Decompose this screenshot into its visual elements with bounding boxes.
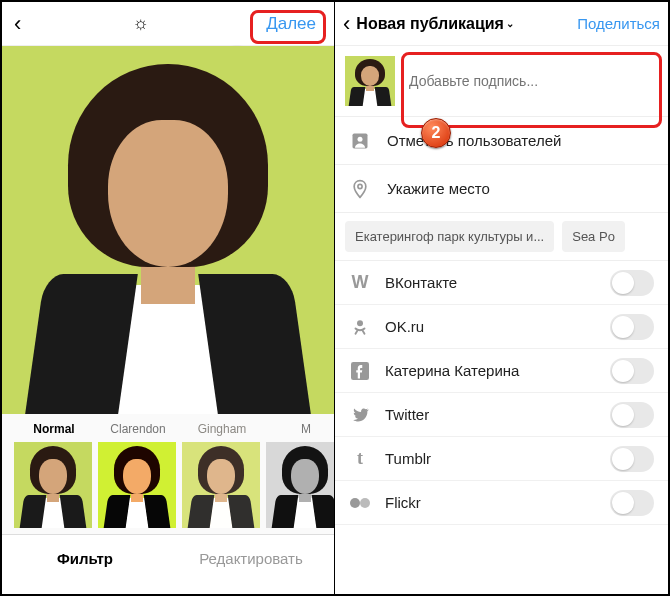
tab-filter[interactable]: Фильтр	[2, 535, 168, 582]
title-text: Новая публикация	[356, 15, 504, 33]
photo-thumbnail[interactable]	[345, 56, 395, 106]
header-right: ‹ Новая публикация ⌄ Поделиться	[335, 2, 668, 46]
page-title[interactable]: Новая публикация ⌄	[356, 15, 571, 33]
brightness-icon[interactable]: ☼	[133, 13, 150, 34]
toggle[interactable]	[610, 402, 654, 428]
caption-row	[335, 46, 668, 117]
filter-gingham[interactable]: Gingham	[182, 422, 262, 534]
location-icon	[349, 178, 371, 200]
share-label: ВКонтакте	[385, 274, 596, 291]
share-twitter[interactable]: Twitter	[335, 393, 668, 437]
share-facebook[interactable]: Катерина Катерина	[335, 349, 668, 393]
step-badge-2: 2	[421, 118, 451, 148]
location-row[interactable]: Укажите место	[335, 165, 668, 213]
location-chip[interactable]: Екатерингоф парк культуры и...	[345, 221, 554, 252]
share-tumblr[interactable]: t Tumblr	[335, 437, 668, 481]
toggle[interactable]	[610, 314, 654, 340]
svg-point-2	[358, 184, 362, 188]
filter-normal[interactable]: Normal	[14, 422, 94, 534]
svg-point-5	[350, 498, 360, 508]
share-label: Tumblr	[385, 450, 596, 467]
photo-preview[interactable]	[2, 46, 334, 414]
tumblr-icon: t	[349, 448, 371, 470]
svg-point-3	[357, 320, 363, 326]
share-flickr[interactable]: Flickr	[335, 481, 668, 525]
toggle[interactable]	[610, 490, 654, 516]
share-label: OK.ru	[385, 318, 596, 335]
filter-label: M	[266, 422, 334, 436]
share-button[interactable]: Поделиться	[577, 15, 660, 32]
share-screen: ‹ Новая публикация ⌄ Поделиться 2 Отмети…	[335, 2, 668, 594]
toggle[interactable]	[610, 358, 654, 384]
ok-icon	[349, 316, 371, 338]
tag-users-icon	[349, 130, 371, 152]
chevron-down-icon: ⌄	[506, 18, 514, 29]
filter-label: Normal	[14, 422, 94, 436]
twitter-icon	[349, 404, 371, 426]
share-label: Twitter	[385, 406, 596, 423]
highlight-caption	[401, 52, 662, 128]
location-chip[interactable]: Sea Po	[562, 221, 625, 252]
location-label: Укажите место	[387, 180, 490, 197]
tab-edit[interactable]: Редактировать	[168, 535, 334, 582]
share-label: Flickr	[385, 494, 596, 511]
svg-point-6	[360, 498, 370, 508]
bottom-tabs: Фильтр Редактировать	[2, 534, 334, 582]
tag-users-label: Отметить пользователей	[387, 132, 561, 149]
back-button[interactable]: ‹	[14, 11, 21, 37]
filter-label: Gingham	[182, 422, 262, 436]
facebook-icon	[349, 360, 371, 382]
filter-more[interactable]: M	[266, 422, 334, 534]
vk-icon: W	[349, 272, 371, 294]
filter-label: Clarendon	[98, 422, 178, 436]
toggle[interactable]	[610, 446, 654, 472]
location-suggestions: Екатерингоф парк культуры и... Sea Po	[335, 213, 668, 261]
highlight-next	[250, 10, 326, 44]
share-label: Катерина Катерина	[385, 362, 596, 379]
filter-screen: ‹ ☼ Далее 1 Normal Clarendon Gingham	[2, 2, 335, 594]
share-ok[interactable]: OK.ru	[335, 305, 668, 349]
svg-point-1	[358, 136, 363, 141]
back-button[interactable]: ‹	[343, 11, 350, 37]
share-vk[interactable]: W ВКонтакте	[335, 261, 668, 305]
filters-row: Normal Clarendon Gingham M	[2, 414, 334, 534]
flickr-icon	[349, 492, 371, 514]
filter-clarendon[interactable]: Clarendon	[98, 422, 178, 534]
toggle[interactable]	[610, 270, 654, 296]
